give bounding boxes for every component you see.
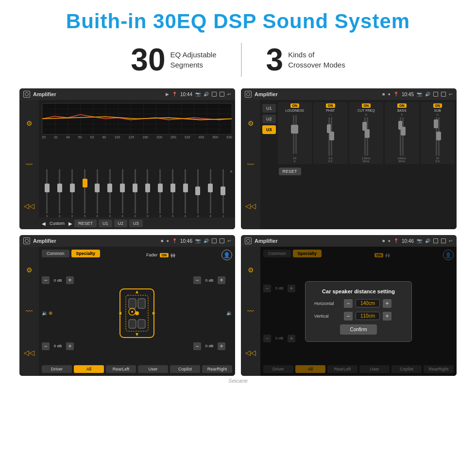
xover-channel-sub: ON SUB G 200.5 <box>421 102 455 164</box>
xover-tab-u2[interactable]: U2 <box>262 115 276 123</box>
balance-rearleft-button[interactable]: RearLeft <box>106 365 136 373</box>
stat-eq-number: 30 <box>131 44 165 75</box>
xover-channel-loudness: ON LOUDNESS 640 <box>278 102 312 164</box>
balance-tab-common[interactable]: Common <box>42 250 69 257</box>
balance-minus-4[interactable]: − <box>193 342 201 350</box>
balance-wave-icon[interactable]: 〰 <box>24 306 34 317</box>
dist-wave-icon[interactable]: 〰 <box>245 306 256 317</box>
balance-user-button[interactable]: User <box>138 365 168 373</box>
balance-minus-3[interactable]: − <box>193 276 201 284</box>
balance-status-bar: Amplifier ■ ● 📍 10:46 📷 🔊 ↩ <box>19 235 235 247</box>
modal-confirm-button[interactable]: Confirm <box>340 324 376 335</box>
modal-horizontal-label: Horizontal <box>314 301 341 306</box>
balance-rearright-button[interactable]: RearRight <box>202 365 232 373</box>
screen-eq: Amplifier ▶ 📍 10:44 📷 🔊 ↩ ⚙ 〰 ◁◁ <box>19 88 235 229</box>
xover-camera-icon[interactable]: 📷 <box>417 92 422 97</box>
eq-camera-icon[interactable]: 📷 <box>195 92 201 97</box>
eq-prev-button[interactable]: ◀ <box>42 221 46 226</box>
stats-row: 30 EQ AdjustableSegments 3 Kinds ofCross… <box>19 43 457 77</box>
xover-sub-on: ON <box>433 103 442 108</box>
balance-volume-icon[interactable]: 🔊 <box>204 238 209 243</box>
balance-rec-icon: ■ <box>161 238 163 243</box>
balance-home-icon[interactable] <box>23 237 30 244</box>
balance-tab-specialty[interactable]: Specialty <box>71 250 101 257</box>
screens-grid: Amplifier ▶ 📍 10:44 📷 🔊 ↩ ⚙ 〰 ◁◁ <box>19 88 457 376</box>
screen-distance: Amplifier ■ ● 📍 10:46 📷 🔊 ↩ ⚙ 〰 ◁◁ <box>241 235 457 376</box>
balance-minus-2[interactable]: − <box>42 342 50 350</box>
dist-back-icon[interactable]: ↩ <box>449 238 453 243</box>
dist-dot-icon: ● <box>388 238 391 243</box>
balance-camera-icon[interactable]: 📷 <box>195 238 201 243</box>
eq-wave-icon[interactable]: 〰 <box>24 159 34 170</box>
xover-wave-icon[interactable]: 〰 <box>245 159 256 170</box>
balance-speaker-icons-left: 🔉 ⊕ <box>42 310 81 316</box>
modal-vertical-row: Vertical − 110cm + <box>314 312 403 321</box>
xover-tab-u1[interactable]: U1 <box>262 104 276 113</box>
balance-rect2-icon <box>220 238 224 243</box>
eq-reset-button[interactable]: RESET <box>74 220 97 227</box>
balance-back-icon[interactable]: ↩ <box>227 238 231 243</box>
balance-all-button[interactable]: All <box>74 365 104 373</box>
fader-slider-icon[interactable]: ⧫⧫ <box>170 253 175 258</box>
xover-tab-u3[interactable]: U3 <box>262 125 276 134</box>
balance-settings-icon[interactable]: ⚙ <box>24 265 34 275</box>
modal-horizontal-plus[interactable]: + <box>383 299 391 308</box>
xover-settings-icon[interactable]: ⚙ <box>245 118 256 129</box>
xover-cutfreq-label: CUT FREQ <box>357 109 375 112</box>
balance-value-4: 0 dB <box>203 344 216 348</box>
balance-left-controls: − 0 dB + 🔉 ⊕ − 0 dB <box>42 263 81 363</box>
svg-point-8 <box>131 311 133 313</box>
eq-arrows[interactable]: » <box>229 169 233 218</box>
balance-value-2: 0 dB <box>51 344 65 348</box>
dist-camera-icon[interactable]: 📷 <box>417 238 422 243</box>
balance-plus-4[interactable]: + <box>218 342 225 350</box>
balance-copilot-button[interactable]: Copilot <box>170 365 200 373</box>
eq-preset-label: Custom <box>50 221 65 226</box>
balance-rect-icon <box>212 238 217 243</box>
balance-right-controls: − 0 dB + 🔉 − 0 dB + <box>193 263 232 363</box>
eq-u3-button[interactable]: U3 <box>129 220 143 227</box>
balance-minus-1[interactable]: − <box>42 276 50 284</box>
balance-ctrl-3: − 0 dB + <box>193 276 232 284</box>
xover-sub-label: SUB <box>434 109 441 112</box>
eq-content: 25 32 40 50 63 80 100 125 160 200 250 32… <box>39 100 235 229</box>
modal-horizontal-minus[interactable]: − <box>344 299 353 308</box>
dist-settings-icon[interactable]: ⚙ <box>245 265 256 275</box>
xover-volume-icon[interactable]: 🔊 <box>425 92 430 97</box>
eq-slider-2: 0 <box>53 169 66 218</box>
balance-area: − 0 dB + 🔉 ⊕ − 0 dB <box>42 263 232 363</box>
xover-phat-freq: 3.80.5 <box>328 157 332 163</box>
eq-u1-button[interactable]: U1 <box>99 220 112 227</box>
balance-plus-2[interactable]: + <box>66 342 74 350</box>
eq-vol-icon[interactable]: ◁◁ <box>24 201 34 211</box>
xover-channels-area: ON LOUDNESS 640 <box>278 102 455 227</box>
modal-horizontal-row: Horizontal − 140cm + <box>314 299 403 308</box>
xover-home-icon[interactable] <box>245 91 252 98</box>
dist-vol-icon[interactable]: ◁◁ <box>245 347 256 358</box>
eq-play-icon[interactable]: ▶ <box>166 92 169 97</box>
xover-vol-icon[interactable]: ◁◁ <box>245 201 256 211</box>
balance-driver-button[interactable]: Driver <box>42 365 72 373</box>
eq-slider-11: 0 <box>167 169 179 218</box>
balance-plus-1[interactable]: + <box>66 276 74 284</box>
dist-home-icon[interactable] <box>245 237 252 244</box>
eq-volume-icon[interactable]: 🔊 <box>204 92 209 97</box>
eq-settings-icon[interactable]: ⚙ <box>24 118 34 129</box>
xover-back-icon[interactable]: ↩ <box>449 92 453 97</box>
eq-slider-13: -1 <box>192 169 204 218</box>
modal-vertical-plus[interactable]: + <box>383 312 391 321</box>
balance-plus-3[interactable]: + <box>218 276 225 284</box>
eq-next-button[interactable]: ▶ <box>68 221 72 226</box>
eq-back-icon[interactable]: ↩ <box>227 92 231 97</box>
eq-rect-icon <box>212 92 217 97</box>
balance-vol-icon[interactable]: ◁◁ <box>24 347 34 358</box>
xover-reset-button[interactable]: RESET <box>279 168 301 175</box>
modal-vertical-minus[interactable]: − <box>344 312 353 321</box>
speaker-diagram <box>83 263 191 363</box>
modal-horizontal-value: 140cm <box>356 299 380 307</box>
fader-on-badge: ON <box>160 253 169 257</box>
eq-slider-15: -1 <box>217 169 229 218</box>
eq-u2-button[interactable]: U2 <box>114 220 128 227</box>
dist-volume-icon[interactable]: 🔊 <box>425 238 430 243</box>
home-icon[interactable] <box>23 91 30 98</box>
